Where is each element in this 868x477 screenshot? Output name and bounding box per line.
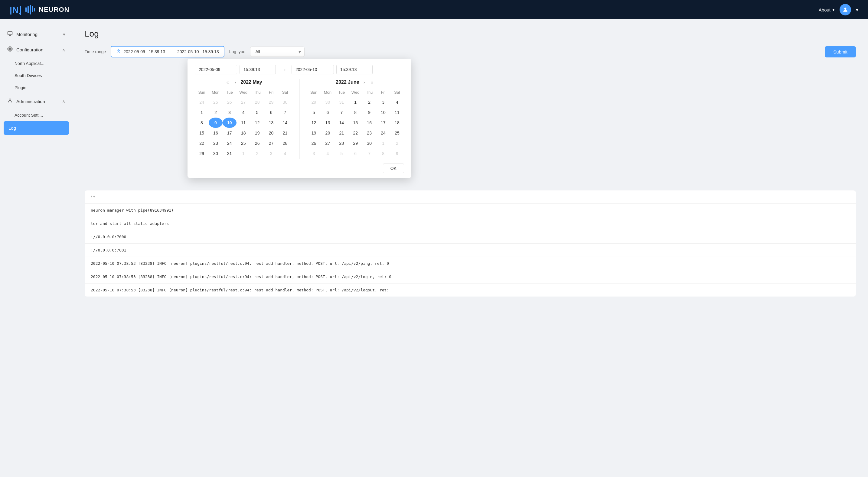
calendar-day[interactable]: 28 [278,138,292,149]
log-type-select[interactable]: All INFO WARN ERROR [250,46,305,57]
calendar-day[interactable]: 28 [250,97,264,107]
calendar-day[interactable]: 24 [223,138,237,149]
calendar-day[interactable]: 30 [362,138,376,149]
calendar-day[interactable]: 13 [320,118,335,128]
calendar-day[interactable]: 12 [307,118,321,128]
calendar-day[interactable]: 10 [223,118,237,128]
calendar-day[interactable]: 26 [250,138,264,149]
june-next-next-button[interactable]: » [369,79,375,85]
calendar-day[interactable]: 14 [335,118,348,128]
calendar-day[interactable]: 1 [348,97,362,107]
calendar-day[interactable]: 4 [237,107,250,118]
calendar-day[interactable]: 9 [362,107,376,118]
calendar-day[interactable]: 27 [237,97,250,107]
calendar-day[interactable]: 1 [195,107,209,118]
calendar-day[interactable]: 7 [362,149,376,159]
calendar-day[interactable]: 15 [348,118,362,128]
cal-start-time-input[interactable] [240,65,276,74]
ok-button[interactable]: OK [383,163,404,173]
calendar-day[interactable]: 3 [376,97,390,107]
calendar-day[interactable]: 24 [195,97,209,107]
calendar-day[interactable]: 6 [348,149,362,159]
calendar-day[interactable]: 30 [320,97,335,107]
calendar-day[interactable]: 19 [250,128,264,138]
may-prev-button[interactable]: ‹ [233,79,238,85]
calendar-day[interactable]: 11 [390,107,404,118]
calendar-day[interactable]: 25 [209,97,223,107]
calendar-day[interactable]: 27 [264,138,278,149]
calendar-day[interactable]: 17 [376,118,390,128]
sidebar-item-monitoring[interactable]: Monitoring ▾ [0,27,72,42]
may-prev-prev-button[interactable]: « [225,79,231,85]
cal-start-date-input[interactable] [195,65,237,74]
cal-end-time-input[interactable] [336,65,373,74]
calendar-day[interactable]: 4 [278,149,292,159]
calendar-day[interactable]: 29 [264,97,278,107]
calendar-day[interactable]: 22 [195,138,209,149]
calendar-day[interactable]: 20 [264,128,278,138]
sidebar-item-plugin[interactable]: Plugin [0,82,72,94]
calendar-day[interactable]: 6 [320,107,335,118]
sidebar-item-administration[interactable]: Administration ∧ [0,94,72,109]
calendar-day[interactable]: 18 [390,118,404,128]
calendar-day[interactable]: 25 [237,138,250,149]
calendar-day[interactable]: 1 [376,138,390,149]
time-range-input[interactable]: ⏱ 2022-05-09 15:39:13 – 2022-05-10 15:39… [111,46,224,57]
sidebar-item-account-settings[interactable]: Account Setti... [0,109,72,121]
calendar-day[interactable]: 29 [307,97,321,107]
calendar-day[interactable]: 24 [376,128,390,138]
calendar-day[interactable]: 30 [278,97,292,107]
user-chevron-icon[interactable]: ▾ [856,7,858,13]
calendar-day[interactable]: 25 [390,128,404,138]
calendar-day[interactable]: 8 [376,149,390,159]
calendar-day[interactable]: 21 [335,128,348,138]
calendar-day[interactable]: 6 [264,107,278,118]
june-next-button[interactable]: › [362,79,367,85]
calendar-day[interactable]: 16 [362,118,376,128]
calendar-day[interactable]: 29 [195,149,209,159]
submit-button[interactable]: Submit [825,46,856,57]
calendar-day[interactable]: 1 [237,149,250,159]
calendar-day[interactable]: 31 [223,149,237,159]
calendar-day[interactable]: 18 [237,128,250,138]
about-button[interactable]: About ▾ [819,7,835,12]
calendar-day[interactable]: 5 [250,107,264,118]
calendar-day[interactable]: 15 [195,128,209,138]
calendar-day[interactable]: 2 [209,107,223,118]
calendar-day[interactable]: 3 [264,149,278,159]
calendar-day[interactable]: 7 [335,107,348,118]
calendar-day[interactable]: 23 [362,128,376,138]
calendar-day[interactable]: 19 [307,128,321,138]
calendar-day[interactable]: 20 [320,128,335,138]
calendar-day[interactable]: 27 [320,138,335,149]
calendar-day[interactable]: 26 [307,138,321,149]
calendar-day[interactable]: 29 [348,138,362,149]
sidebar-item-log[interactable]: Log [4,121,69,135]
calendar-day[interactable]: 2 [390,138,404,149]
calendar-day[interactable]: 8 [348,107,362,118]
user-avatar[interactable] [840,4,851,15]
calendar-day[interactable]: 2 [362,97,376,107]
calendar-day[interactable]: 4 [320,149,335,159]
sidebar-item-configuration[interactable]: Configuration ∧ [0,42,72,57]
sidebar-item-south-devices[interactable]: South Devices [0,69,72,82]
calendar-day[interactable]: 30 [209,149,223,159]
calendar-day[interactable]: 12 [250,118,264,128]
calendar-day[interactable]: 5 [335,149,348,159]
calendar-day[interactable]: 8 [195,118,209,128]
calendar-day[interactable]: 31 [335,97,348,107]
calendar-day[interactable]: 11 [237,118,250,128]
calendar-day[interactable]: 5 [307,107,321,118]
calendar-day[interactable]: 17 [223,128,237,138]
calendar-day[interactable]: 10 [376,107,390,118]
calendar-day[interactable]: 9 [209,118,223,128]
calendar-day[interactable]: 9 [390,149,404,159]
calendar-day[interactable]: 28 [335,138,348,149]
calendar-day[interactable]: 14 [278,118,292,128]
sidebar-item-north-applications[interactable]: North Applicat... [0,57,72,69]
calendar-day[interactable]: 3 [307,149,321,159]
cal-end-date-input[interactable] [291,65,334,74]
calendar-day[interactable]: 2 [250,149,264,159]
calendar-day[interactable]: 22 [348,128,362,138]
calendar-day[interactable]: 13 [264,118,278,128]
